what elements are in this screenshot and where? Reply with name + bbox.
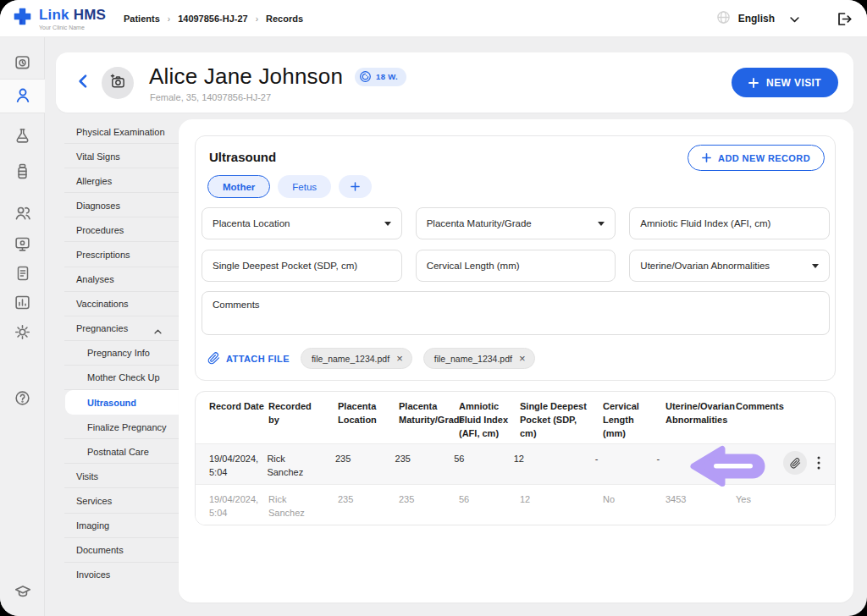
col-recorded-by: Recorded by xyxy=(268,400,338,427)
field-label: Single Deepest Pocket (SDP, cm) xyxy=(213,261,391,271)
attach-file-label: ATTACH FILE xyxy=(226,354,290,364)
nav-item-prescriptions[interactable]: Prescriptions xyxy=(56,242,179,267)
back-icon[interactable] xyxy=(76,74,93,91)
language-selector[interactable]: English xyxy=(716,0,799,37)
ultrasound-form-card: Ultrasound ADD NEW RECORD Mother Fetus xyxy=(195,135,836,381)
nav-item-invoices[interactable]: Invoices xyxy=(56,563,179,587)
col-placenta-maturity: Placenta Maturity/Grade xyxy=(399,400,459,427)
chevron-down-icon xyxy=(790,11,799,26)
nav-item-visits[interactable]: Visits xyxy=(56,464,179,488)
tab-label: Mother xyxy=(223,182,255,192)
attach-file-button[interactable]: ATTACH FILE xyxy=(207,352,290,365)
cell-afi: 56 xyxy=(459,493,520,507)
nav-label: Vaccinations xyxy=(76,299,129,309)
add-tab-button[interactable] xyxy=(339,175,372,198)
nav-label: Pregnancy Info xyxy=(87,348,150,358)
remove-file-icon[interactable]: × xyxy=(519,353,526,364)
patients-icon[interactable] xyxy=(0,85,45,106)
afi-input[interactable]: Amniotic Fluid Index (AFI, cm) xyxy=(629,207,830,239)
nav-item-finalize-pregnancy[interactable]: Finalize Pregnancy xyxy=(56,415,179,439)
app-window: Link HMS Your Clinic Name Patients › 140… xyxy=(0,0,867,616)
plus-icon xyxy=(351,182,360,191)
col-afi: Amniotic Fluid Index (AFI, cm) xyxy=(459,400,520,441)
add-new-record-button[interactable]: ADD NEW RECORD xyxy=(688,145,825,171)
staff-icon[interactable] xyxy=(0,203,45,223)
table-row[interactable]: 19/04/2024, 5:04 Rick Sanchez 235 235 56… xyxy=(196,485,835,525)
attachments-row: ATTACH FILE file_name_1234.pdf × file_na… xyxy=(207,348,535,369)
file-name: file_name_1234.pdf xyxy=(434,354,512,364)
cell-sdp: 12 xyxy=(520,493,603,507)
cell-recorded-by: Rick Sanchez xyxy=(268,493,338,520)
settings-icon[interactable] xyxy=(0,322,45,342)
sdp-input[interactable]: Single Deepest Pocket (SDP, cm) xyxy=(202,250,402,282)
nav-item-procedures[interactable]: Procedures xyxy=(56,217,179,242)
nav-item-postnatal-care[interactable]: Postnatal Care xyxy=(56,439,179,464)
nav-item-physical-examination[interactable]: Physical Examination xyxy=(56,119,179,144)
top-bar: Link HMS Your Clinic Name Patients › 140… xyxy=(0,0,867,37)
row-menu-icon[interactable] xyxy=(813,454,825,472)
nav-item-pregnancies[interactable]: Pregnancies xyxy=(56,316,179,341)
schedule-icon[interactable] xyxy=(0,52,45,72)
nav-item-pregnancy-info[interactable]: Pregnancy Info xyxy=(56,341,179,366)
caret-down-icon xyxy=(598,222,605,226)
cervical-length-input[interactable]: Cervical Length (mm) xyxy=(416,250,616,282)
field-label: Placenta Maturity/Grade xyxy=(427,218,599,228)
logo-cross-icon xyxy=(12,6,33,30)
tab-label: Fetus xyxy=(292,182,317,192)
caret-down-icon xyxy=(384,222,391,226)
cell-comments: Yes xyxy=(736,493,795,507)
documents-rail-icon[interactable] xyxy=(0,263,45,283)
nav-item-ultrasound[interactable]: Ultrasound xyxy=(65,390,179,415)
cell-recorded-by: Rick Sanchez xyxy=(267,453,335,480)
nav-label: Documents xyxy=(76,545,124,555)
breadcrumb-separator: › xyxy=(168,14,170,24)
nav-item-vital-signs[interactable]: Vital Signs xyxy=(56,144,179,168)
nav-item-documents[interactable]: Documents xyxy=(56,538,179,563)
breadcrumb-patient-id[interactable]: 14097856-HJ-27 xyxy=(178,14,248,24)
add-new-record-label: ADD NEW RECORD xyxy=(718,153,810,163)
caret-down-icon xyxy=(812,264,819,268)
nav-label: Imaging xyxy=(76,520,109,531)
breadcrumb-separator: › xyxy=(256,14,258,24)
placenta-maturity-select[interactable]: Placenta Maturity/Grade xyxy=(416,207,616,239)
nav-item-imaging[interactable]: Imaging xyxy=(56,514,179,538)
table-row[interactable]: 19/04/2024, 5:04 Rick Sanchez 235 235 56… xyxy=(196,444,835,485)
help-icon[interactable] xyxy=(0,388,45,408)
nav-label: Procedures xyxy=(76,225,124,235)
comments-placeholder: Comments xyxy=(213,300,260,310)
nav-item-services[interactable]: Services xyxy=(56,488,179,513)
col-uterine-abnormalities: Uterine/Ovarian Abnormalities xyxy=(665,400,736,427)
patient-header-card: Alice Jane Johnson 18 W. Female, 35, 140… xyxy=(56,52,853,113)
tab-mother[interactable]: Mother xyxy=(207,175,270,198)
row-attachment-button[interactable] xyxy=(783,451,807,475)
reports-icon[interactable] xyxy=(0,292,45,312)
nav-item-allergies[interactable]: Allergies xyxy=(56,168,179,193)
cell-afi: 56 xyxy=(454,453,513,466)
comments-textarea[interactable]: Comments xyxy=(202,291,830,335)
uterine-abnormalities-select[interactable]: Uterine/Ovarian Abnormalities xyxy=(629,250,830,282)
workstation-icon[interactable] xyxy=(0,234,45,254)
remove-file-icon[interactable]: × xyxy=(396,353,403,364)
file-name: file_name_1234.pdf xyxy=(312,354,389,364)
tab-fetus[interactable]: Fetus xyxy=(278,175,331,198)
nav-item-vaccinations[interactable]: Vaccinations xyxy=(56,292,179,316)
nav-item-analyses[interactable]: Analyses xyxy=(56,267,179,292)
new-visit-button[interactable]: NEW VISIT xyxy=(732,68,838,97)
field-label: Uterine/Ovarian Abnormalities xyxy=(640,261,812,271)
app-logo[interactable]: Link HMS Your Clinic Name xyxy=(12,6,106,30)
pharmacy-icon[interactable] xyxy=(0,161,45,181)
lab-icon[interactable] xyxy=(0,125,45,146)
logout-icon[interactable] xyxy=(835,10,853,29)
nav-item-diagnoses[interactable]: Diagnoses xyxy=(56,193,179,217)
nav-label: Analyses xyxy=(76,274,114,284)
education-icon[interactable] xyxy=(0,581,45,602)
section-title: Ultrasound xyxy=(209,150,276,164)
placenta-location-select[interactable]: Placenta Location xyxy=(202,207,402,239)
new-visit-label: NEW VISIT xyxy=(766,77,821,89)
patient-photo-upload[interactable] xyxy=(102,67,134,99)
nav-item-mother-check-up[interactable]: Mother Check Up xyxy=(56,366,179,390)
patient-name: Alice Jane Johnson xyxy=(149,63,343,90)
breadcrumb-patients[interactable]: Patients xyxy=(124,14,160,24)
plus-icon xyxy=(702,153,711,162)
field-label: Cervical Length (mm) xyxy=(427,261,605,271)
